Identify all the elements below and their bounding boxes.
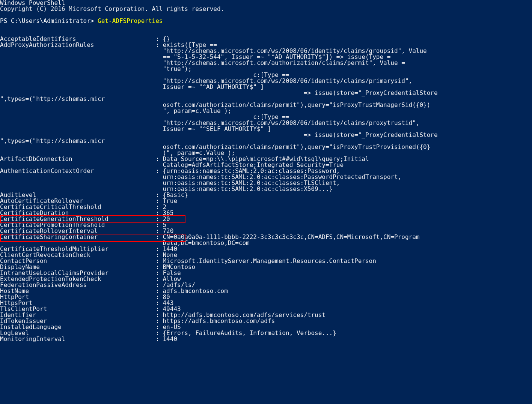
terminal-output[interactable]: Windows PowerShell Copyright (C) 2016 Mi…: [0, 0, 532, 342]
ps-command: Get-ADFSProperties: [98, 17, 163, 24]
header-line-2: Copyright (C) 2016 Microsoft Corporation…: [0, 5, 224, 12]
prop-monitoringinterval: MonitoringInterval : 1440: [0, 335, 177, 342]
ps-prompt: PS C:\Users\Administrator>: [0, 17, 98, 24]
